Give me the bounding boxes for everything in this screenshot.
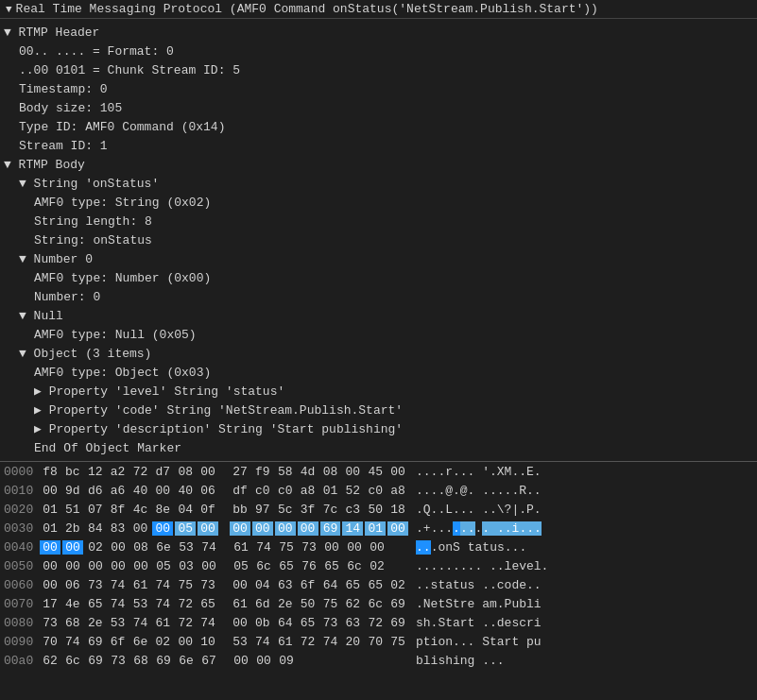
hex-byte[interactable]: 97 bbox=[252, 503, 273, 517]
hex-byte[interactable]: 6f bbox=[108, 635, 129, 649]
hex-byte[interactable]: 70 bbox=[365, 635, 386, 649]
hex-byte[interactable]: 00 bbox=[40, 540, 60, 555]
hex-byte[interactable]: 00 bbox=[130, 559, 151, 573]
hex-byte[interactable]: 65 bbox=[365, 578, 386, 592]
hex-byte[interactable]: 00 bbox=[108, 540, 129, 555]
hex-byte[interactable]: 69 bbox=[85, 654, 106, 668]
hex-byte[interactable]: bc bbox=[62, 465, 83, 479]
hex-byte[interactable]: 0f bbox=[198, 503, 218, 517]
hex-byte[interactable]: 08 bbox=[130, 540, 151, 555]
hex-byte[interactable]: 73 bbox=[320, 616, 341, 630]
tree-item[interactable]: ▶ Property 'level' String 'status' bbox=[0, 382, 757, 401]
hex-byte[interactable]: 08 bbox=[320, 465, 341, 479]
hex-byte[interactable]: 00 bbox=[152, 521, 173, 536]
hex-byte[interactable]: 6e bbox=[130, 635, 151, 649]
hex-byte[interactable]: 6f bbox=[298, 578, 318, 592]
hex-byte[interactable]: 01 bbox=[40, 503, 60, 517]
hex-byte[interactable]: 67 bbox=[198, 654, 219, 668]
hex-byte[interactable]: 45 bbox=[365, 465, 386, 479]
hex-byte[interactable]: 58 bbox=[275, 465, 296, 479]
hex-byte[interactable]: 72 bbox=[175, 597, 196, 611]
tree-item[interactable]: ▶ Property 'code' String 'NetStream.Publ… bbox=[0, 401, 757, 419]
hex-byte[interactable]: 2b bbox=[62, 521, 83, 536]
hex-byte[interactable]: 75 bbox=[276, 540, 297, 555]
hex-byte[interactable]: d7 bbox=[152, 465, 173, 479]
hex-byte[interactable]: 69 bbox=[85, 635, 106, 649]
hex-byte[interactable]: 53 bbox=[130, 597, 151, 611]
hex-byte[interactable]: 72 bbox=[365, 616, 386, 630]
hex-byte[interactable]: 70 bbox=[40, 635, 60, 649]
hex-byte[interactable]: 0b bbox=[252, 616, 273, 630]
hex-byte[interactable]: 40 bbox=[175, 484, 196, 498]
hex-byte[interactable]: 73 bbox=[85, 578, 106, 592]
hex-byte[interactable]: 00 bbox=[230, 521, 250, 536]
hex-byte[interactable]: 73 bbox=[198, 578, 218, 592]
hex-byte[interactable]: 64 bbox=[320, 578, 341, 592]
hex-byte[interactable]: 4e bbox=[62, 597, 83, 611]
hex-byte[interactable]: 6c bbox=[253, 559, 274, 573]
hex-byte[interactable]: 40 bbox=[130, 484, 151, 498]
hex-byte[interactable]: 04 bbox=[252, 578, 273, 592]
hex-byte[interactable]: 74 bbox=[152, 597, 173, 611]
hex-byte[interactable]: bb bbox=[230, 503, 250, 517]
hex-byte[interactable]: 05 bbox=[231, 559, 251, 573]
hex-byte[interactable]: 00 bbox=[253, 654, 274, 668]
hex-byte[interactable]: 74 bbox=[152, 578, 173, 592]
hex-byte[interactable]: 00 bbox=[40, 559, 60, 573]
hex-byte[interactable]: 6e bbox=[153, 540, 174, 555]
hex-byte[interactable]: 84 bbox=[85, 521, 106, 536]
hex-byte[interactable]: 00 bbox=[387, 465, 408, 479]
hex-byte[interactable]: 65 bbox=[342, 578, 363, 592]
hex-byte[interactable]: 00 bbox=[152, 484, 173, 498]
hex-byte[interactable]: 4c bbox=[130, 503, 151, 517]
hex-byte[interactable]: 73 bbox=[108, 654, 129, 668]
hex-byte[interactable]: 00 bbox=[275, 521, 296, 536]
hex-byte[interactable]: 62 bbox=[40, 654, 60, 668]
hex-byte[interactable]: 64 bbox=[275, 616, 296, 630]
hex-byte[interactable]: 00 bbox=[130, 521, 151, 536]
hex-byte[interactable]: 8f bbox=[108, 503, 129, 517]
hex-byte[interactable]: 14 bbox=[342, 521, 363, 536]
hex-byte[interactable]: 05 bbox=[153, 559, 174, 573]
hex-byte[interactable]: 06 bbox=[198, 484, 218, 498]
hex-byte[interactable]: a6 bbox=[108, 484, 129, 498]
hex-byte[interactable]: 73 bbox=[299, 540, 319, 555]
hex-byte[interactable]: 6c bbox=[62, 654, 83, 668]
hex-byte[interactable]: c0 bbox=[252, 484, 273, 498]
hex-byte[interactable]: 09 bbox=[276, 654, 297, 668]
hex-byte[interactable]: 02 bbox=[367, 559, 387, 573]
hex-byte[interactable]: a8 bbox=[298, 484, 318, 498]
hex-byte[interactable]: 2e bbox=[275, 597, 296, 611]
hex-byte[interactable]: 00 bbox=[321, 540, 342, 555]
hex-byte[interactable]: 6d bbox=[252, 597, 273, 611]
hex-byte[interactable]: d6 bbox=[85, 484, 106, 498]
hex-byte[interactable]: 72 bbox=[130, 465, 151, 479]
hex-byte[interactable]: 74 bbox=[62, 635, 83, 649]
hex-byte[interactable]: 8e bbox=[152, 503, 173, 517]
hex-byte[interactable]: 61 bbox=[130, 578, 151, 592]
hex-byte[interactable]: 04 bbox=[175, 503, 196, 517]
hex-byte[interactable]: 65 bbox=[85, 597, 106, 611]
tree-item[interactable]: ▶ Property 'description' String 'Start p… bbox=[0, 419, 757, 438]
hex-byte[interactable]: 00 bbox=[40, 484, 60, 498]
hex-byte[interactable]: 00 bbox=[387, 521, 408, 536]
hex-byte[interactable]: 18 bbox=[387, 503, 408, 517]
hex-byte[interactable]: 00 bbox=[230, 616, 250, 630]
hex-byte[interactable]: 02 bbox=[152, 635, 173, 649]
hex-byte[interactable]: 02 bbox=[85, 540, 106, 555]
hex-byte[interactable]: 74 bbox=[198, 540, 219, 555]
hex-byte[interactable]: a2 bbox=[108, 465, 129, 479]
hex-byte[interactable]: 75 bbox=[175, 578, 196, 592]
hex-byte[interactable]: 65 bbox=[321, 559, 342, 573]
hex-byte[interactable]: 00 bbox=[85, 559, 106, 573]
hex-byte[interactable]: 83 bbox=[108, 521, 129, 536]
hex-byte[interactable]: 03 bbox=[176, 559, 197, 573]
hex-byte[interactable]: 5c bbox=[275, 503, 296, 517]
hex-byte[interactable]: 00 bbox=[342, 465, 363, 479]
hex-byte[interactable]: 68 bbox=[62, 616, 83, 630]
hex-byte[interactable]: 00 bbox=[231, 654, 251, 668]
hex-byte[interactable]: 10 bbox=[198, 635, 218, 649]
hex-byte[interactable]: 27 bbox=[230, 465, 250, 479]
hex-byte[interactable]: 00 bbox=[62, 559, 83, 573]
hex-byte[interactable]: 53 bbox=[230, 635, 250, 649]
